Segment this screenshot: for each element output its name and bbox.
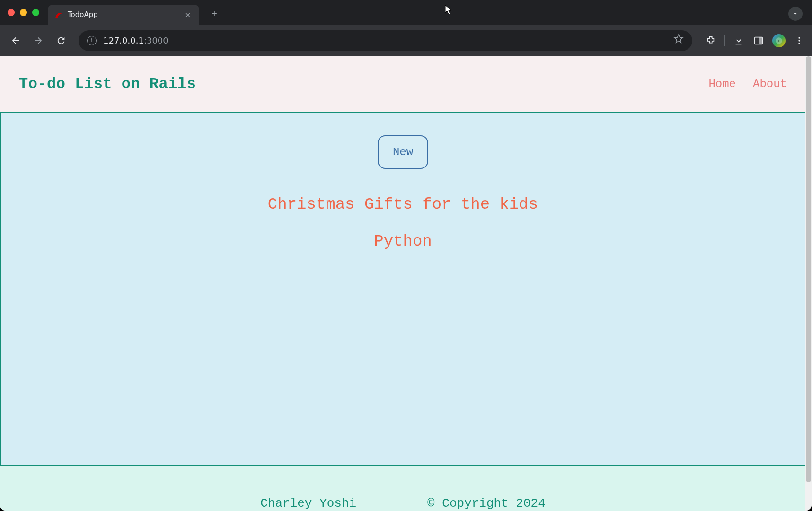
tabs-dropdown-button[interactable] xyxy=(788,7,803,21)
url-host: 127.0.0.1 xyxy=(103,35,144,45)
page-viewport: To-do List on Rails Home About New Chris… xyxy=(0,56,812,511)
scrollbar-track[interactable] xyxy=(805,56,812,511)
tab-bar: TodoApp ✕ + xyxy=(0,0,812,25)
tab-title: TodoApp xyxy=(68,10,178,19)
url-text: 127.0.0.1:3000 xyxy=(103,35,667,45)
svg-rect-1 xyxy=(759,37,762,44)
svg-point-4 xyxy=(798,37,800,38)
todo-item[interactable]: Python xyxy=(374,232,432,250)
page-title: To-do List on Rails xyxy=(19,75,196,93)
browser-chrome: TodoApp ✕ + i 127.0.0.1:3000 xyxy=(0,0,812,56)
close-tab-icon[interactable]: ✕ xyxy=(183,10,193,19)
svg-point-5 xyxy=(798,40,800,41)
page-header: To-do List on Rails Home About xyxy=(0,56,806,112)
window-minimize-icon[interactable] xyxy=(20,9,27,16)
chrome-menu-icon[interactable] xyxy=(793,35,805,47)
extensions-icon[interactable] xyxy=(705,35,717,47)
bookmark-star-icon[interactable] xyxy=(673,34,684,47)
page-inner: To-do List on Rails Home About New Chris… xyxy=(0,56,806,511)
url-port: :3000 xyxy=(144,35,168,45)
new-button[interactable]: New xyxy=(378,135,428,169)
footer-author: Charley Yoshi xyxy=(260,496,356,511)
rails-favicon-icon xyxy=(54,10,63,19)
scrollbar-thumb[interactable] xyxy=(806,56,811,482)
forward-button[interactable] xyxy=(29,32,47,50)
divider xyxy=(724,35,725,46)
svg-text:✦: ✦ xyxy=(777,38,780,44)
toolbar-icons: ✦ xyxy=(705,34,805,47)
window-maximize-icon[interactable] xyxy=(32,9,39,16)
footer-copyright: © Copyright 2024 xyxy=(427,496,546,511)
sidepanel-icon[interactable] xyxy=(752,35,765,47)
todo-item[interactable]: Christmas Gifts for the kids xyxy=(268,195,538,213)
toolbar: i 127.0.0.1:3000 ✦ xyxy=(0,25,812,56)
window-close-icon[interactable] xyxy=(8,9,15,16)
page-footer: Charley Yoshi © Copyright 2024 xyxy=(0,466,806,511)
downloads-icon[interactable] xyxy=(733,35,745,47)
site-info-icon[interactable]: i xyxy=(87,36,97,45)
nav-home[interactable]: Home xyxy=(708,78,736,90)
browser-tab[interactable]: TodoApp ✕ xyxy=(48,5,199,25)
profile-avatar[interactable]: ✦ xyxy=(772,34,786,47)
address-bar[interactable]: i 127.0.0.1:3000 xyxy=(79,30,692,51)
nav-about[interactable]: About xyxy=(753,78,787,90)
back-button[interactable] xyxy=(7,32,25,50)
new-tab-button[interactable]: + xyxy=(209,9,220,20)
reload-button[interactable] xyxy=(52,32,70,50)
svg-point-6 xyxy=(798,43,800,44)
main-content: New Christmas Gifts for the kids Python xyxy=(0,112,806,466)
traffic-lights xyxy=(8,9,39,16)
nav-links: Home About xyxy=(708,78,787,90)
